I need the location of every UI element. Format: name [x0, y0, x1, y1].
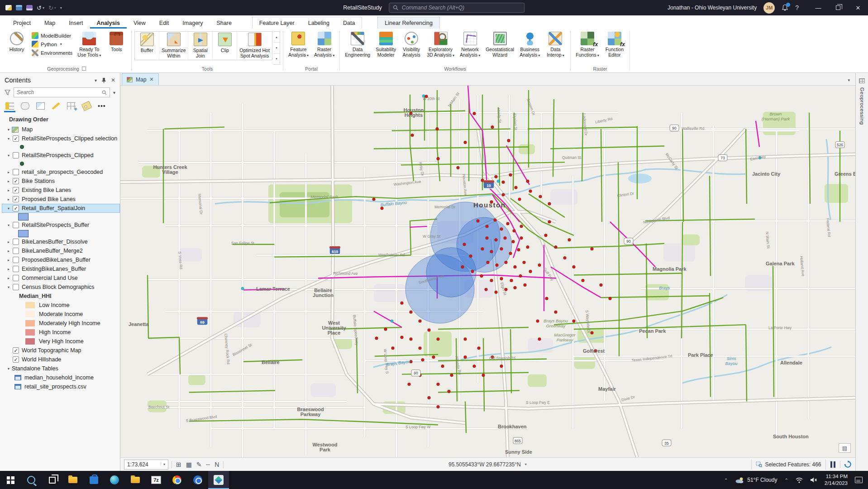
layer-checkbox[interactable] [13, 266, 19, 272]
expander-icon[interactable]: ▸ [5, 249, 12, 253]
save-project-button[interactable] [26, 3, 33, 12]
data-engineering-button[interactable]: DataEngineering [343, 31, 372, 59]
layer-checkbox[interactable]: ✓ [13, 135, 19, 142]
refresh-button[interactable] [844, 460, 852, 468]
avatar[interactable]: JM [763, 2, 775, 14]
layer-checkbox[interactable]: ✓ [13, 187, 19, 193]
expander-icon[interactable]: ▾ [5, 285, 12, 289]
layer-row-retailsiteprospects-clipped-selection[interactable]: ▾✓RetailSiteProspects_Clipped selection [2, 134, 120, 143]
ribbon-tab-feature-layer[interactable]: Feature Layer [253, 17, 301, 29]
summarize-within-button[interactable]: SummarizeWithin [159, 32, 188, 60]
measure-icon[interactable]: ┄ [205, 461, 211, 468]
weather-widget[interactable]: 51°F Cloudy [731, 471, 781, 489]
ribbon-tab-analysis[interactable]: Analysis [90, 17, 127, 29]
expander-icon[interactable]: ▸ [5, 267, 12, 271]
minimize-button[interactable]: — [808, 0, 828, 15]
clock[interactable]: 11:34 PM 2/14/2023 [821, 471, 851, 489]
ribbon-tab-insert[interactable]: Insert [62, 17, 90, 29]
layer-checkbox[interactable] [13, 239, 19, 245]
network-analysis-button[interactable]: NetworkAnalysis▾ [458, 31, 482, 59]
contents-menu-button[interactable]: ▾ [95, 78, 97, 83]
layer-row-census-block-demographics[interactable]: ▾Census Block Demographics [2, 283, 120, 292]
grid-icon[interactable]: ▦ [185, 461, 193, 468]
expander-icon[interactable]: ▸ [5, 170, 12, 174]
contents-close-button[interactable]: ✕ [111, 77, 115, 83]
taskbar-start-button[interactable] [0, 471, 21, 489]
expander-icon[interactable]: ▾ [5, 367, 12, 371]
new-layout-icon[interactable]: ⊞ [175, 461, 182, 468]
taskbar-search-button[interactable] [21, 471, 42, 489]
layer-row-retailsiteprospects-buffer[interactable]: ▾RetailSiteProspects_Buffer [2, 221, 120, 230]
layer-checkbox[interactable]: ✓ [13, 178, 19, 184]
expander-icon[interactable]: ▾ [5, 223, 12, 227]
taskbar-arcgis-pro-button[interactable] [208, 471, 229, 489]
layer-checkbox[interactable]: ✓ [13, 196, 19, 202]
help-button[interactable]: ? [795, 4, 799, 11]
map-canvas[interactable]: 61069109090735268653590HoustonHoustonHei… [120, 86, 855, 457]
expander-icon[interactable]: ▾ [5, 137, 12, 141]
new-project-button[interactable] [5, 3, 12, 12]
layer-checkbox[interactable] [13, 275, 19, 281]
layer-row-bikelanesbuffer-dissolve[interactable]: ▸BikeLanesBuffer_Dissolve [2, 237, 120, 246]
expander-icon[interactable]: ▸ [5, 179, 12, 183]
table-row-retail-site-prospects-csv[interactable]: retail_site_prospects.csv [2, 382, 120, 391]
gallery-expand-button[interactable]: ▾ [273, 54, 280, 64]
ribbon-tab-share[interactable]: Share [210, 17, 238, 29]
pause-drawing-button[interactable] [830, 461, 837, 468]
expander-icon[interactable]: ▾ [5, 128, 12, 132]
redo-button[interactable]: ↻▾ [48, 3, 56, 12]
environments-button[interactable]: Environments [32, 49, 72, 56]
close-tab-icon[interactable]: ✕ [149, 77, 153, 82]
geostatistical-wizard-button[interactable]: GeostatisticalWizard [483, 31, 516, 59]
feature-analysis-button[interactable]: FeatureAnalysis▾ [286, 31, 311, 59]
taskbar-task-view-button[interactable] [42, 471, 62, 489]
taskbar-file-explorer-button[interactable] [62, 471, 83, 489]
layer-checkbox[interactable]: ✓ [13, 347, 19, 354]
optimized-hot-spot-analysis-button[interactable]: Optimized HotSpot Analysis [237, 32, 272, 60]
ribbon-tab-linear-referencing[interactable]: Linear Referencing [378, 17, 439, 29]
taskbar-chrome-button[interactable] [167, 471, 187, 489]
ribbon-tab-edit[interactable]: Edit [153, 17, 176, 29]
layer-checkbox[interactable] [13, 222, 19, 228]
ribbon-tab-view[interactable]: View [127, 17, 153, 29]
show-hidden-icons-button[interactable]: ⌃ [720, 471, 731, 489]
expander-icon[interactable]: ▸ [5, 240, 12, 244]
tree-root-standalone-tables[interactable]: ▾Standalone Tables [2, 364, 120, 373]
layer-checkbox[interactable] [13, 169, 19, 175]
selected-features-badge[interactable]: Selected Features: 466 [751, 460, 825, 470]
taskbar-edge-button[interactable] [104, 471, 125, 489]
map-overflow-button[interactable]: ▤ [839, 443, 851, 453]
layer-row-existing-bike-lanes[interactable]: ▸✓Existing Bike Lanes [2, 186, 120, 195]
layer-row-retailsiteprospects-clipped[interactable]: ▾RetailSiteProspects_Clipped [2, 151, 120, 160]
expander-icon[interactable]: ▾ [5, 206, 12, 211]
contents-search-box[interactable] [14, 87, 110, 97]
modelbuilder-button[interactable]: ModelBuilder [32, 32, 72, 39]
layer-row-commercial-land-use[interactable]: ▸Commercial Land Use [2, 273, 120, 283]
undo-button[interactable]: ↺▾ [37, 3, 44, 12]
python-button[interactable]: Python▾ [32, 41, 72, 48]
pin-icon[interactable] [101, 77, 106, 83]
expander-icon[interactable]: ▸ [5, 276, 12, 280]
table-row-median-household-income[interactable]: median_household_income [2, 373, 120, 382]
business-analysis-button[interactable]: BusinessAnalysis▾ [517, 31, 542, 59]
buffer-button[interactable]: Buffer [135, 32, 159, 60]
close-button[interactable]: ✕ [848, 0, 868, 15]
exploratory-3d-analysis-button[interactable]: Exploratory3D Analysis▾ [424, 31, 457, 59]
taskbar-folder-button[interactable] [125, 471, 146, 489]
edit-vertices-icon[interactable]: ✎ [196, 461, 203, 468]
history-button[interactable]: History [5, 31, 29, 53]
ribbon-tab-labeling[interactable]: Labeling [301, 17, 336, 29]
notifications-button[interactable] [782, 4, 788, 11]
ready-to-use-tools-button[interactable]: Ready ToUse Tools▾ [75, 31, 103, 59]
layer-checkbox[interactable]: ✓ [13, 205, 19, 211]
layer-checkbox[interactable] [13, 248, 19, 254]
open-project-button[interactable] [16, 3, 22, 12]
layer-row-bikelanebuffer-merge2[interactable]: ▸BikeLaneBuffer_Merge2 [2, 246, 120, 255]
layer-checkbox[interactable] [13, 284, 19, 290]
layer-row-retail-buffer-spatialjoin[interactable]: ▾✓Retail_Buffer_SpatialJoin [2, 204, 120, 213]
layer-row-proposedbikelanes-buffer[interactable]: ▸ProposedBikeLanes_Buffer [2, 255, 120, 264]
layer-row-retail-site-prospects-geocoded[interactable]: ▸retail_site_prospects_Geocoded [2, 168, 120, 177]
customize-qat-button[interactable]: ▾ [60, 3, 62, 12]
taskbar-app-blue-button[interactable] [187, 471, 208, 489]
ribbon-tab-project[interactable]: Project [6, 17, 38, 29]
